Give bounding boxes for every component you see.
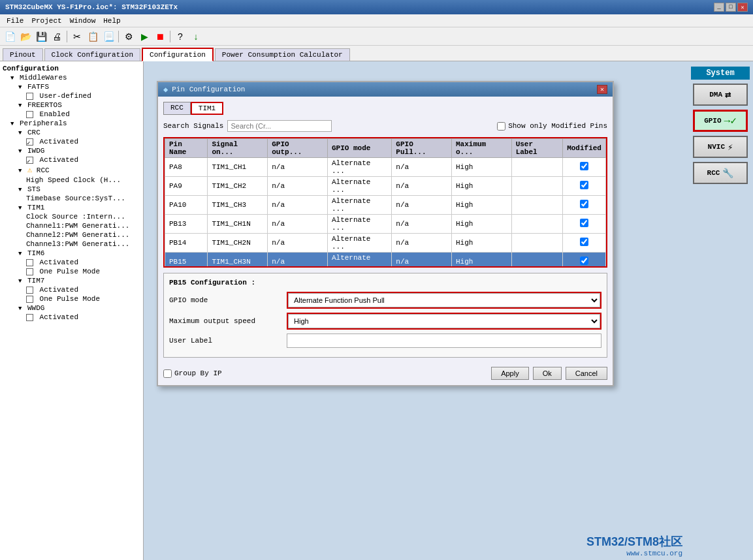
toolbar-stop[interactable]: ⏹ bbox=[153, 29, 167, 44]
tim1-ch1-label: Channel1:PWM Generati... bbox=[26, 222, 129, 230]
pb15-config-title: PB15 Configuration : bbox=[169, 279, 601, 287]
tree-tim6: ▼ TIM6 bbox=[3, 249, 140, 258]
tab-configuration[interactable]: Configuration bbox=[142, 48, 214, 61]
toolbar-print[interactable]: 🖨 bbox=[50, 29, 64, 44]
toolbar-cut[interactable]: ✂ bbox=[70, 29, 84, 44]
tree-crc-activated[interactable]: Activated bbox=[3, 137, 140, 146]
apply-button[interactable]: Apply bbox=[491, 367, 529, 380]
ok-button[interactable]: Ok bbox=[533, 367, 562, 380]
tim6-label: TIM6 bbox=[27, 249, 44, 257]
nvic-icon: ⚡ bbox=[728, 142, 733, 153]
menu-project[interactable]: Project bbox=[27, 16, 65, 26]
dialog-tab-rcc[interactable]: RCC bbox=[163, 102, 191, 115]
system-title: System bbox=[691, 67, 750, 80]
modified-checkbox[interactable] bbox=[580, 162, 588, 170]
middlewares-expand[interactable]: ▼ bbox=[10, 75, 14, 82]
table-row[interactable]: PA9TIM1_CH2n/aAlternate ...n/aHigh bbox=[165, 177, 606, 196]
crc-activated-label: Activated bbox=[40, 138, 78, 146]
toolbar-sep3 bbox=[170, 31, 170, 42]
tree-tim7-activated[interactable]: Activated bbox=[3, 285, 140, 294]
menu-window[interactable]: Window bbox=[66, 16, 100, 26]
toolbar-download[interactable]: ↓ bbox=[189, 29, 203, 44]
sts-expand[interactable]: ▼ bbox=[18, 187, 22, 193]
rcc-hsc-label: High Speed Clock (H... bbox=[26, 176, 121, 184]
tim7-activated-label: Activated bbox=[40, 286, 78, 294]
tree-tim7-opm[interactable]: One Pulse Mode bbox=[3, 294, 140, 303]
tree-tim6-activated[interactable]: Activated bbox=[3, 258, 140, 267]
nvic-button[interactable]: NVIC ⚡ bbox=[693, 136, 748, 158]
show-modified-checkbox[interactable] bbox=[497, 122, 505, 131]
fatfs-expand[interactable]: ▼ bbox=[18, 84, 22, 91]
wwdg-label: WWDG bbox=[27, 304, 44, 312]
tab-pinout[interactable]: Pinout bbox=[3, 48, 43, 61]
toolbar-paste[interactable]: 📃 bbox=[101, 29, 116, 44]
tree-iwdg-activated[interactable]: Activated bbox=[3, 155, 140, 164]
gpio-button[interactable]: GPIO →✓ bbox=[693, 110, 748, 132]
minimize-button[interactable]: _ bbox=[714, 3, 724, 12]
table-row[interactable]: PA10TIM1_CH3n/aAlternate ...n/aHigh bbox=[165, 196, 606, 215]
modified-checkbox[interactable] bbox=[580, 238, 588, 246]
dialog-close-button[interactable]: ✕ bbox=[597, 85, 607, 94]
toolbar-open[interactable]: 📂 bbox=[18, 29, 33, 44]
max-output-select[interactable]: Low Medium High bbox=[288, 314, 600, 328]
menu-file[interactable]: File bbox=[3, 16, 27, 26]
iwdg-expand[interactable]: ▼ bbox=[18, 148, 22, 155]
table-row[interactable]: PB14TIM1_CH2Nn/aAlternate ...n/aHigh bbox=[165, 234, 606, 253]
tim6-opm-checkbox[interactable] bbox=[26, 268, 33, 275]
crc-expand[interactable]: ▼ bbox=[18, 130, 22, 136]
search-input[interactable] bbox=[227, 120, 332, 132]
tree-freertos-enabled[interactable]: Enabled bbox=[3, 110, 140, 119]
user-label-input[interactable] bbox=[287, 334, 601, 348]
modified-checkbox[interactable] bbox=[580, 219, 588, 227]
crc-activated-checkbox[interactable] bbox=[26, 138, 33, 146]
modified-checkbox[interactable] bbox=[580, 181, 588, 189]
rcc-expand[interactable]: ▼ bbox=[18, 168, 22, 174]
modified-checkbox[interactable] bbox=[580, 200, 588, 208]
wwdg-activated-checkbox[interactable] bbox=[26, 314, 33, 321]
maximize-button[interactable]: □ bbox=[726, 3, 736, 12]
watermark-line1: STM32/STM8社区 bbox=[586, 534, 682, 550]
tree-user-defined[interactable]: User-defined bbox=[3, 91, 140, 101]
dialog-tab-tim1[interactable]: TIM1 bbox=[191, 102, 223, 115]
toolbar-settings[interactable]: ⚙ bbox=[121, 29, 136, 44]
rcc-button[interactable]: RCC 🔧 bbox=[693, 162, 748, 184]
toolbar: 📄 📂 💾 🖨 ✂ 📋 📃 ⚙ ▶ ⏹ ? ↓ bbox=[0, 27, 753, 46]
tab-clock[interactable]: Clock Configuration bbox=[44, 48, 140, 61]
peripherals-expand[interactable]: ▼ bbox=[10, 121, 14, 127]
toolbar-copy[interactable]: 📋 bbox=[86, 29, 100, 44]
table-row[interactable]: PA8TIM1_CH1n/aAlternate ...n/aHigh bbox=[165, 158, 606, 177]
tim6-expand[interactable]: ▼ bbox=[18, 251, 22, 257]
toolbar-help[interactable]: ? bbox=[173, 29, 187, 44]
tree-wwdg-activated[interactable]: Activated bbox=[3, 313, 140, 322]
freertos-expand[interactable]: ▼ bbox=[18, 102, 22, 109]
iwdg-activated-checkbox[interactable] bbox=[26, 157, 33, 164]
freertos-enabled-checkbox[interactable] bbox=[26, 111, 33, 118]
tim7-expand[interactable]: ▼ bbox=[18, 278, 22, 285]
menu-help[interactable]: Help bbox=[99, 16, 124, 26]
user-defined-label: User-defined bbox=[40, 92, 91, 100]
tim1-expand[interactable]: ▼ bbox=[18, 205, 22, 211]
tab-power[interactable]: Power Consumption Calculator bbox=[215, 48, 350, 61]
toolbar-save[interactable]: 💾 bbox=[34, 29, 48, 44]
cancel-button[interactable]: Cancel bbox=[566, 367, 607, 380]
table-row[interactable]: PB13TIM1_CH1Nn/aAlternate ...n/aHigh bbox=[165, 215, 606, 234]
dma-button[interactable]: DMA ⇄ bbox=[693, 84, 748, 106]
tim7-opm-checkbox[interactable] bbox=[26, 296, 33, 303]
close-button[interactable]: ✕ bbox=[737, 3, 748, 12]
tim6-activated-checkbox[interactable] bbox=[26, 259, 33, 266]
table-row[interactable]: PB15TIM1_CH3Nn/aAlternate ...n/aHigh bbox=[165, 253, 606, 268]
gpio-mode-select[interactable]: Alternate Function Push Pull Alternate F… bbox=[288, 293, 600, 307]
modified-checkbox[interactable] bbox=[580, 257, 588, 265]
user-defined-checkbox[interactable] bbox=[26, 93, 33, 100]
main-layout: Configuration ▼ MiddleWares ▼ FATFS User… bbox=[0, 61, 753, 560]
dma-label: DMA bbox=[709, 91, 722, 99]
show-modified-label: Show only Modified Pins bbox=[508, 122, 607, 130]
tree-freertos: ▼ FREERTOS bbox=[3, 101, 140, 110]
tree-tim6-opm[interactable]: One Pulse Mode bbox=[3, 267, 140, 276]
group-by-ip-checkbox[interactable] bbox=[163, 369, 172, 378]
toolbar-new[interactable]: 📄 bbox=[3, 29, 17, 44]
tree-sts: ▼ STS bbox=[3, 185, 140, 194]
tim7-activated-checkbox[interactable] bbox=[26, 287, 33, 294]
toolbar-run[interactable]: ▶ bbox=[137, 29, 152, 44]
wwdg-expand[interactable]: ▼ bbox=[18, 305, 22, 312]
